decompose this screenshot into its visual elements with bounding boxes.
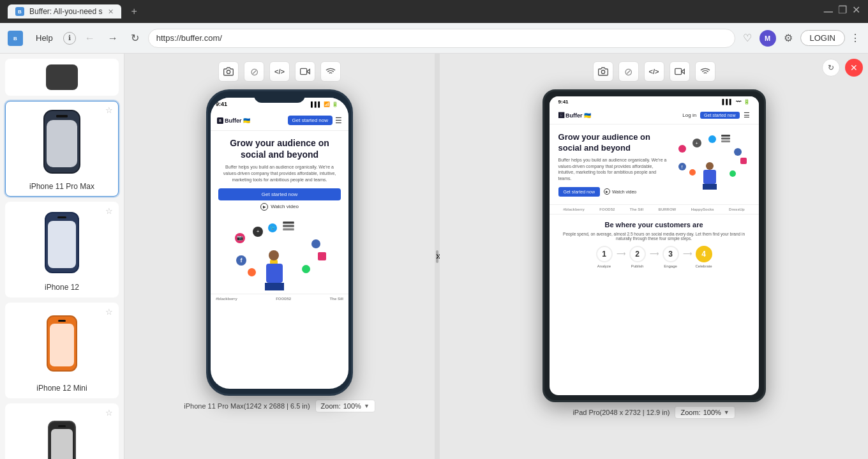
device-thumbnail [40,409,84,459]
step-2-label: Publish [631,264,644,268]
device-name-label: iPhone 11 Pro Max [29,182,94,191]
star-icon[interactable]: ☆ [105,105,113,115]
ipad-cta-primary-button[interactable]: Get started now [558,187,600,197]
ipad-hero-text: Grow your audience on social and beyond … [558,132,667,197]
reload-button[interactable]: ↻ [127,29,143,47]
ipad-brand-5: HappySocks [691,207,714,211]
buffer-navbar: B Buffer 🇺🇦 Get started now ☰ [211,110,348,131]
svg-rect-15 [721,135,730,137]
right-zoom-label: Zoom: [680,409,700,416]
close-button[interactable]: ✕ [852,5,860,18]
device-sidebar: ☆ iPhone 11 Pro Max ☆ [0,54,124,459]
maximize-button[interactable]: ❐ [838,5,847,18]
step-2-circle: 2 [629,246,646,262]
right-camera-tool-button[interactable] [593,61,613,82]
url-bar[interactable]: https://buffer.com/ [148,29,735,48]
right-wifi-tool-button[interactable] [695,61,715,82]
list-item[interactable] [5,59,119,96]
active-tab[interactable]: B Buffer: All-you-need s ✕ [8,4,121,19]
forward-button[interactable]: → [104,30,122,47]
left-zoom-control[interactable]: Zoom: 100% ▼ [315,400,375,412]
buffer-get-started-nav[interactable]: Get started now [288,116,333,125]
ipad-step-1: 1 Analyze [596,246,613,268]
ipad-body: 9:41 ▌▌▌ 〰 🔋 🅱 Buffer 🇺🇦 [542,89,766,402]
buffer-hero-section: Grow your audience on social and beyond … [211,131,348,217]
svg-text:B: B [13,36,17,41]
info-button[interactable]: ℹ [63,32,76,45]
more-menu-icon[interactable]: ⋮ [850,32,860,44]
pane-divider[interactable]: » [435,54,440,459]
back-button[interactable]: ← [81,30,99,47]
no-camera-tool-button[interactable]: ⊘ [244,61,264,82]
sidebar-item-iphone12[interactable]: ☆ iPhone 12 [5,202,119,297]
buffer-logo: B Buffer 🇺🇦 [217,117,250,124]
svg-point-11 [601,70,604,73]
ipad-section-desc: People spend, on average, almost 2.5 hou… [558,232,750,241]
user-avatar[interactable]: M [760,30,776,47]
camera-tool-button[interactable] [218,61,239,82]
svg-marker-3 [307,70,310,74]
right-video-tool-button[interactable] [670,61,690,82]
step-3-circle: 3 [662,246,679,262]
facebook-icon-right [311,239,320,248]
iphone-notch [254,91,305,103]
star-icon[interactable]: ☆ [105,307,113,317]
star-icon[interactable]: ☆ [105,206,113,216]
misc-icon [248,268,256,276]
login-button[interactable]: LOGIN [800,30,845,46]
right-code-tool-button[interactable]: </> [644,61,664,82]
ipad-menu-icon[interactable]: ☰ [744,111,750,119]
new-tab-button[interactable]: + [126,3,142,20]
pane-close-button[interactable]: ✕ [845,59,863,77]
tab-close-button[interactable]: ✕ [108,8,114,16]
ipad-illustration: + [673,132,750,190]
ipad-fb-icon: f [678,163,686,170]
ipad-fb-icon-r [734,148,742,156]
iphone-screen: 9:41 ▌▌▌ 📶 🔋 B Buffer [211,98,348,389]
facebook-icon: f [236,255,246,266]
ipad-step-3: 3 Engage [662,246,679,268]
social-icon-plus: + [253,227,263,237]
buffer-menu[interactable]: ☰ [335,116,342,125]
iphone-device-mockup: 9:41 ▌▌▌ 📶 🔋 B Buffer [206,89,353,396]
pane-refresh-button[interactable]: ↻ [822,59,840,77]
watch-video-label: Watch video [271,204,299,209]
sidebar-item-iphone12mini[interactable]: ☆ iPhone 12 Mini [5,303,119,398]
ipad-navbar: 🅱 Buffer 🇺🇦 Log in Get started now ☰ [550,107,759,124]
ipad-hero-desc: Buffer helps you build an audience organ… [558,157,667,182]
cta-primary-button[interactable]: Get started now [218,188,341,200]
sidebar-item-iphone-small[interactable]: ☆ [5,403,119,459]
ipad-cta-secondary-button[interactable]: ▶ Watch video [604,188,636,195]
ipad-status-time: 9:41 [558,99,569,105]
right-zoom-chevron-icon: ▼ [724,409,730,416]
window-controls: ─ ❐ ✕ [824,5,860,18]
ipad-step-4: 4 Celebrate [696,246,712,268]
left-preview-toolbar: ⊘ </> [218,61,341,82]
wifi-tool-button[interactable] [320,61,341,82]
ipad-brand-4: BURROW [659,207,677,211]
video-tool-button[interactable] [295,61,315,82]
svg-rect-8 [283,222,294,224]
ipad-step-2: 2 Publish [629,246,646,268]
ipad-login-link[interactable]: Log in [682,112,696,118]
ipad-signal-icon: ▌▌▌ [722,99,733,105]
minimize-button[interactable]: ─ [824,5,833,18]
sidebar-item-iphone11promax[interactable]: ☆ iPhone 11 Pro Max [5,101,119,197]
ipad-watch-label: Watch video [612,190,636,194]
step-4-label: Celebrate [696,264,712,268]
star-icon[interactable]: ☆ [105,408,113,418]
bookmark-icon[interactable]: ♡ [740,29,754,47]
ipad-get-started-btn[interactable]: Get started now [700,112,739,119]
settings-icon[interactable]: ⚙ [781,29,795,47]
ipad-steps-container: 1 Analyze ⟶ 2 Publish ⟶ [558,246,750,268]
tab-title: Buffer: All-you-need s [29,7,103,16]
right-no-camera-tool-button[interactable]: ⊘ [618,61,639,82]
twitter-icon: 🐦 [268,223,277,232]
battery-icon: 🔋 [332,102,338,107]
step-arrow-2: ⟶ [650,250,659,257]
right-zoom-control[interactable]: Zoom: 100% ▼ [675,406,735,419]
ipad-wifi-icon: 〰 [736,99,741,105]
code-tool-button[interactable]: </> [269,61,290,82]
cta-secondary-button[interactable]: ▶ Watch video [218,203,341,211]
ipad-person [702,162,717,190]
